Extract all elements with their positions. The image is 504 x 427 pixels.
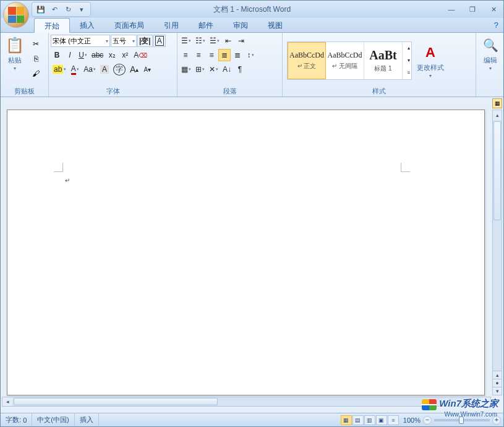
strike-button[interactable]: abc <box>90 49 105 61</box>
title-bar: 💾 ↶ ↻ ▾ 文档 1 - Microsoft Word — ❐ ✕ <box>1 1 503 18</box>
office-button[interactable] <box>3 2 29 28</box>
phonetic-guide-icon[interactable]: |变| <box>137 35 153 47</box>
decrease-indent-button[interactable]: ⇤ <box>222 35 234 47</box>
grow-font-button[interactable]: A▴ <box>128 63 140 75</box>
save-icon[interactable]: 💾 <box>35 3 47 15</box>
view-draft-icon[interactable]: ≡ <box>388 415 399 425</box>
clear-format-button[interactable]: A⌫ <box>132 49 149 61</box>
align-left-button[interactable]: ≡ <box>179 49 192 61</box>
align-right-button[interactable]: ≡ <box>205 49 218 61</box>
zoom-value[interactable]: 100% <box>403 416 421 424</box>
increase-indent-button[interactable]: ⇥ <box>235 35 247 47</box>
scroll-left-icon[interactable]: ◂ <box>2 397 12 406</box>
qat-more-icon[interactable]: ▾ <box>75 3 88 15</box>
scroll-thumb[interactable] <box>493 121 501 220</box>
zoom-handle[interactable] <box>459 416 464 424</box>
paste-button[interactable]: 📋 粘贴 ▾ <box>2 34 27 72</box>
style-heading1[interactable]: AaBt 标题 1 <box>364 42 403 79</box>
scroll-up-icon[interactable]: ▴ <box>493 110 502 120</box>
gallery-up-icon[interactable]: ▴ <box>403 42 415 54</box>
superscript-button[interactable]: x² <box>119 49 131 61</box>
char-border-icon[interactable]: A <box>153 35 166 47</box>
italic-button[interactable]: I <box>64 49 76 61</box>
horizontal-scrollbar[interactable]: ◂ ▸ <box>2 397 491 407</box>
find-button[interactable]: 🔍 编辑 ▾ <box>478 34 503 72</box>
styles-gallery[interactable]: AaBbCcDd ↵ 正文 AaBbCcDd ↵ 无间隔 AaBt 标题 1 ▴… <box>287 41 412 80</box>
cut-icon[interactable]: ✂ <box>30 38 42 50</box>
scroll-right-icon[interactable]: ▸ <box>481 397 490 406</box>
numbering-button[interactable]: ☷▾ <box>194 35 207 47</box>
ribbon: 📋 粘贴 ▾ ✂ ⎘ 🖌 剪贴板 宋体 (中文正▾ 五号▾ |变| A B I <box>1 33 503 97</box>
gallery-down-icon[interactable]: ▾ <box>403 54 415 67</box>
text-cursor: ↵ <box>65 177 70 184</box>
char-shading-button[interactable]: A <box>98 63 111 75</box>
status-bar: 字数: 0 中文(中国) 插入 ▦ ▤ ▥ ▣ ≡ 100% − + <box>1 413 503 426</box>
zoom-slider[interactable] <box>434 419 490 421</box>
multilevel-button[interactable]: ☱▾ <box>208 35 221 47</box>
font-name-combo[interactable]: 宋体 (中文正▾ <box>51 35 110 47</box>
tab-pagelayout[interactable]: 页面布局 <box>105 18 154 32</box>
hscroll-track[interactable] <box>219 397 481 406</box>
distribute-button[interactable]: ≣ <box>231 49 244 61</box>
minimize-button[interactable]: — <box>444 4 459 15</box>
tab-insert[interactable]: 插入 <box>70 18 105 32</box>
view-web-icon[interactable]: ▥ <box>364 415 375 425</box>
justify-button[interactable]: ≣ <box>218 49 231 61</box>
view-outline-icon[interactable]: ▣ <box>376 415 387 425</box>
highlight-button[interactable]: ab▾ <box>51 63 68 75</box>
tab-home[interactable]: 开始 <box>34 18 70 33</box>
style-preview: AaBbCcDd <box>289 51 324 60</box>
undo-icon[interactable]: ↶ <box>48 3 61 15</box>
redo-icon[interactable]: ↻ <box>62 3 74 15</box>
borders-button[interactable]: ⊞▾ <box>194 63 207 75</box>
change-case-button[interactable]: Aa▾ <box>82 63 98 75</box>
status-language[interactable]: 中文(中国) <box>32 413 74 426</box>
scroll-track[interactable] <box>493 222 502 371</box>
paste-dropdown-icon[interactable]: ▾ <box>14 66 16 71</box>
ruler-toggle-icon[interactable]: ▦ <box>492 98 502 108</box>
tab-review[interactable]: 审阅 <box>223 18 258 32</box>
bold-button[interactable]: B <box>51 49 63 61</box>
copy-icon[interactable]: ⎘ <box>30 53 42 65</box>
char-scaling-button[interactable]: ✕▾ <box>207 63 220 75</box>
vertical-scrollbar[interactable]: ▴ ▾ <box>492 110 502 382</box>
gallery-more-icon[interactable]: ≡ <box>403 67 415 79</box>
help-icon[interactable]: ? <box>494 20 498 30</box>
font-size-combo[interactable]: 五号▾ <box>111 35 137 47</box>
window-controls: — ❐ ✕ <box>444 4 501 15</box>
style-nospacing[interactable]: AaBbCcDd ↵ 无间隔 <box>326 42 364 79</box>
font-color-button[interactable]: A▾ <box>69 63 81 75</box>
linespacing-button[interactable]: ↕▾ <box>244 49 257 61</box>
document-page[interactable]: ↵ <box>7 110 485 395</box>
status-insertmode[interactable]: 插入 <box>75 413 99 426</box>
next-page-icon[interactable]: ▾ <box>492 387 502 395</box>
maximize-button[interactable]: ❐ <box>465 4 480 15</box>
shading-button[interactable]: ▦▾ <box>179 63 193 75</box>
zoom-out-button[interactable]: − <box>423 416 432 425</box>
change-styles-button[interactable]: A 更改样式 ▾ <box>414 41 446 80</box>
style-normal[interactable]: AaBbCcDd ↵ 正文 <box>288 42 326 79</box>
hscroll-thumb[interactable] <box>14 398 218 405</box>
prev-page-icon[interactable]: ▴ <box>492 371 502 379</box>
format-painter-icon[interactable]: 🖌 <box>30 67 42 80</box>
office-logo-icon <box>8 7 24 23</box>
underline-button[interactable]: U▾ <box>77 49 89 61</box>
view-printlayout-icon[interactable]: ▦ <box>341 415 352 425</box>
select-browse-icon[interactable]: ● <box>492 379 502 387</box>
sort-button[interactable]: A↓ <box>221 63 233 75</box>
tab-references[interactable]: 引用 <box>154 18 189 32</box>
view-fullscreen-icon[interactable]: ▤ <box>352 415 364 425</box>
enclose-char-button[interactable]: 字 <box>111 63 127 75</box>
bullets-button[interactable]: ☰▾ <box>179 35 193 47</box>
shrink-font-button[interactable]: A▾ <box>141 63 153 75</box>
close-button[interactable]: ✕ <box>486 4 501 15</box>
tab-view[interactable]: 视图 <box>258 18 293 32</box>
zoom-in-button[interactable]: + <box>492 416 501 425</box>
status-wordcount[interactable]: 字数: 0 <box>1 413 32 426</box>
tab-mailings[interactable]: 邮件 <box>189 18 223 32</box>
show-marks-button[interactable]: ¶ <box>234 63 246 75</box>
align-center-button[interactable]: ≡ <box>192 49 205 61</box>
editing-dropdown-icon: ▾ <box>489 66 492 71</box>
subscript-button[interactable]: x₂ <box>106 49 118 61</box>
change-styles-dropdown-icon: ▾ <box>429 73 432 79</box>
